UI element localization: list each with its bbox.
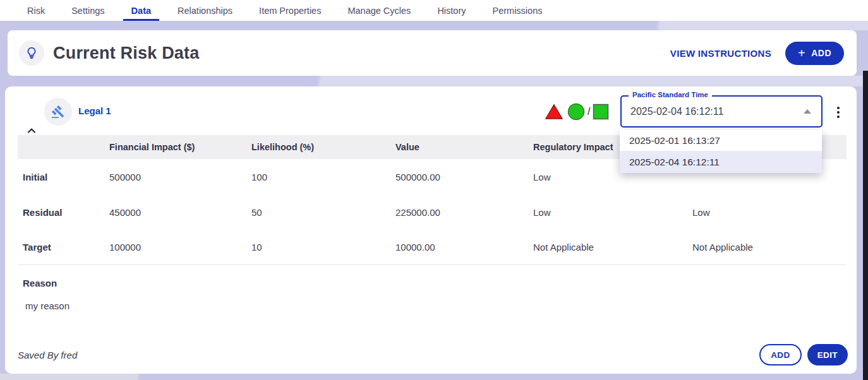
background-diagonal-band-top bbox=[0, 20, 868, 30]
col-header-financial-impact: Financial Impact ($) bbox=[104, 142, 246, 152]
panel-footer: Saved By fred ADD EDIT bbox=[5, 343, 857, 366]
row-label: Residual bbox=[18, 207, 104, 218]
risk-item-name[interactable]: Legal 1 bbox=[78, 105, 111, 116]
table-row-residual: Residual 450000 50 225000.00 Low Low bbox=[18, 194, 847, 230]
tab-history[interactable]: History bbox=[424, 0, 479, 21]
cell-regulatory: Low bbox=[528, 172, 687, 182]
cell-last: Not Applicable bbox=[687, 242, 847, 252]
row-label: Target bbox=[18, 242, 104, 252]
risk-triangle-icon bbox=[545, 103, 564, 121]
cell-financial: 100000 bbox=[104, 242, 246, 252]
footer-edit-button[interactable]: EDIT bbox=[807, 344, 848, 365]
cell-value: 500000.00 bbox=[390, 172, 528, 182]
tab-permissions[interactable]: Permissions bbox=[479, 0, 556, 21]
cell-financial: 450000 bbox=[104, 207, 246, 218]
lightbulb-icon bbox=[19, 40, 44, 66]
reason-label: Reason bbox=[23, 278, 69, 288]
header-add-button[interactable]: + ADD bbox=[785, 42, 844, 65]
tab-bar: Risk Settings Data Relationships Item Pr… bbox=[0, 0, 868, 21]
timestamp-dropdown-menu: 2025-02-01 16:13:27 2025-02-04 16:12:11 bbox=[620, 130, 822, 173]
cell-financial: 500000 bbox=[104, 172, 246, 182]
cell-likelihood: 50 bbox=[246, 207, 390, 218]
cell-last: Low bbox=[687, 207, 847, 218]
cell-regulatory: Not Applicable bbox=[528, 242, 687, 252]
page-header-card: Current Risk Data VIEW INSTRUCTIONS + AD… bbox=[8, 30, 857, 76]
risk-indicators: / bbox=[545, 102, 609, 122]
table-body: Initial 500000 100 500000.00 Low Residua… bbox=[18, 159, 847, 265]
timestamp-select[interactable]: Pacific Standard Time 2025-02-04 16:12:1… bbox=[620, 95, 823, 128]
tab-data[interactable]: Data bbox=[118, 0, 164, 21]
cell-value: 225000.00 bbox=[390, 207, 528, 218]
legal-gavel-icon bbox=[44, 98, 72, 126]
more-options-button[interactable] bbox=[833, 104, 844, 121]
reason-value: my reason bbox=[23, 300, 69, 311]
reason-section: Reason my reason bbox=[23, 278, 69, 311]
kebab-icon bbox=[837, 107, 840, 109]
vertical-scrollbar[interactable] bbox=[863, 71, 868, 380]
view-instructions-link[interactable]: VIEW INSTRUCTIONS bbox=[670, 48, 771, 59]
tab-relationships[interactable]: Relationships bbox=[164, 0, 246, 21]
indicator-separator: / bbox=[588, 106, 590, 117]
cell-likelihood: 10 bbox=[246, 242, 390, 252]
cell-value: 10000.00 bbox=[390, 242, 528, 252]
table-row-target: Target 100000 10 10000.00 Not Applicable… bbox=[18, 230, 847, 265]
tab-settings[interactable]: Settings bbox=[58, 0, 118, 21]
row-label: Initial bbox=[18, 172, 104, 182]
dropdown-option-1[interactable]: 2025-02-01 16:13:27 bbox=[620, 130, 822, 151]
risk-circle-icon bbox=[567, 103, 585, 121]
timestamp-select-value: 2025-02-04 16:12:11 bbox=[630, 97, 723, 126]
col-header-value: Value bbox=[390, 142, 528, 152]
risk-square-icon bbox=[593, 104, 609, 120]
cell-likelihood: 100 bbox=[246, 172, 390, 182]
footer-add-button[interactable]: ADD bbox=[759, 344, 801, 365]
tab-risk[interactable]: Risk bbox=[14, 0, 58, 21]
caret-up-icon bbox=[804, 109, 811, 114]
background-diagonal-band-bottom bbox=[0, 374, 868, 380]
header-add-button-label: ADD bbox=[811, 48, 831, 58]
page-title: Current Risk Data bbox=[53, 44, 199, 63]
col-header-likelihood: Likelihood (%) bbox=[246, 142, 390, 152]
dropdown-option-2-selected[interactable]: 2025-02-04 16:12:11 bbox=[620, 151, 822, 173]
tab-manage-cycles[interactable]: Manage Cycles bbox=[334, 0, 424, 21]
saved-by-text: Saved By fred bbox=[18, 350, 759, 360]
background-diagonal-band-middle bbox=[0, 76, 868, 86]
plus-icon: + bbox=[798, 47, 805, 59]
tab-item-properties[interactable]: Item Properties bbox=[246, 0, 334, 21]
cell-regulatory: Low bbox=[528, 207, 687, 218]
